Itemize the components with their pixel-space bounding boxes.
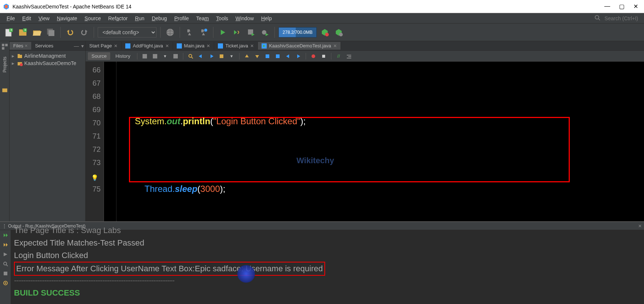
svg-rect-55 [276,54,280,58]
projects-tab[interactable]: Projects [2,55,7,74]
close-icon[interactable]: ✕ [206,43,210,49]
svg-point-58 [312,54,315,58]
etb-ic-b[interactable] [274,53,281,60]
rerun-alt-icon[interactable] [2,241,9,248]
menu-team[interactable]: Team [193,14,212,22]
debug-button[interactable] [231,26,243,38]
svg-rect-40 [177,43,182,49]
prev-bookmark-icon[interactable] [197,53,205,60]
code-editor[interactable]: 66 67 68 69 70 71 72 73 75 Wikitechy Sys… [86,62,644,221]
next-bookmark-icon[interactable] [208,53,215,60]
redo-button[interactable] [78,26,90,38]
open-project-button[interactable] [31,26,43,38]
menu-view[interactable]: View [35,14,53,22]
next-edit-icon[interactable] [295,53,302,60]
indent-icon[interactable] [345,53,353,60]
gc-button-1[interactable] [319,26,331,38]
menu-help[interactable]: Help [258,14,276,22]
prev-edit-icon[interactable] [284,53,292,60]
rerun-icon[interactable] [2,232,9,239]
settings-output-icon[interactable] [2,279,9,287]
minimize-panel-icon[interactable]: — [74,43,79,49]
menu-profile[interactable]: Profile [170,14,193,22]
clean-build-button[interactable] [198,26,209,38]
close-icon[interactable]: ✕ [25,44,28,48]
project-tree: ▸ AirlineManagment ▸ KaashivSauceDemoTe [10,51,85,68]
etb-ic-a[interactable] [264,53,271,60]
svg-marker-21 [221,30,225,35]
shift-down-icon[interactable] [253,53,261,60]
history-view-button[interactable]: History [112,52,134,60]
menu-tools[interactable]: Tools [212,14,232,22]
attach-debugger-button[interactable] [259,26,271,38]
menu-edit[interactable]: Edit [19,14,35,22]
browser-button[interactable] [164,26,176,38]
new-project-button[interactable]: + [17,26,29,38]
nav-icon-2[interactable] [151,53,159,60]
maximize-button[interactable]: ▢ [619,3,625,10]
svg-rect-54 [266,54,269,58]
close-icon[interactable]: ✕ [165,43,169,49]
comment-icon[interactable]: // [335,53,342,60]
record-macro-icon[interactable] [310,53,317,60]
svg-marker-64 [6,233,8,237]
svg-marker-53 [255,55,259,58]
project-node[interactable]: ▸ KaashivSauceDemoTe [12,60,83,67]
save-all-button[interactable] [45,26,57,38]
svg-rect-46 [173,54,178,58]
nav-icon-3[interactable]: ▾ [162,53,169,60]
glyph-margin [104,62,116,221]
output-content[interactable]: The Page Title is : Swag Labs Expected T… [11,230,644,304]
gc-button-2[interactable] [333,26,345,38]
side-folder-icon[interactable] [1,86,8,93]
menu-window[interactable]: Window [232,14,258,22]
toggle-bookmark-icon[interactable] [218,53,225,60]
search-field[interactable]: Search (Ctrl+I) [602,15,641,22]
tab-ticket[interactable]: Ticket.java✕ [214,42,258,50]
etb-more[interactable]: ▾ [228,53,235,60]
restore-panel-icon[interactable]: ▾ [81,43,84,49]
menu-navigate[interactable]: Navigate [53,14,81,22]
close-icon[interactable]: ✕ [333,43,337,49]
tab-kaashiv-demo[interactable]: KaashivSauceDemoTest.java✕ [258,42,341,50]
svg-marker-67 [4,253,7,256]
svg-rect-51 [220,54,223,58]
minimize-button[interactable]: — [604,3,610,10]
shift-up-icon[interactable] [243,53,251,60]
undo-button[interactable] [64,26,76,38]
code-content[interactable]: Wikitechy System.out.println("Login Butt… [116,62,644,221]
source-view-button[interactable]: Source [88,52,110,60]
menu-debug[interactable]: Debug [148,14,170,22]
tab-addflight[interactable]: AddFlight.java✕ [122,42,173,50]
svg-point-30 [339,33,343,36]
svg-rect-8 [19,29,23,31]
wrap-text-icon[interactable] [2,270,9,277]
close-button[interactable]: ✕ [633,3,638,10]
window-group-icon[interactable] [1,43,8,50]
memory-gauge[interactable]: 278.2/700.0MB [278,27,317,37]
files-tab[interactable]: Files✕ [10,42,31,50]
nav-icon-1[interactable] [141,53,148,60]
profile-button[interactable] [245,26,257,38]
project-node[interactable]: ▸ AirlineManagment [12,52,83,60]
close-icon[interactable]: ✕ [114,43,118,49]
jump-to-icon[interactable] [2,251,9,258]
search-icon[interactable] [594,15,600,22]
tab-start-page[interactable]: Start Page✕ [86,42,122,50]
nav-icon-4[interactable] [172,53,179,60]
new-file-button[interactable]: + [3,26,15,38]
menu-source[interactable]: Source [81,14,104,22]
services-tab[interactable]: Services [31,42,57,50]
output-line: The Page Title is : Swag Labs [14,224,641,237]
stop-macro-icon[interactable] [320,53,327,60]
menu-run[interactable]: Run [131,14,148,22]
find-in-output-icon[interactable] [2,260,9,268]
config-dropdown[interactable]: <default config> [98,27,156,37]
tab-main[interactable]: Main.java✕ [173,42,215,50]
find-icon[interactable] [187,53,194,60]
close-icon[interactable]: ✕ [250,43,254,49]
run-button[interactable] [217,26,229,38]
build-button[interactable] [184,26,195,38]
menu-refactor[interactable]: Refactor [104,14,131,22]
menu-file[interactable]: File [3,14,19,22]
